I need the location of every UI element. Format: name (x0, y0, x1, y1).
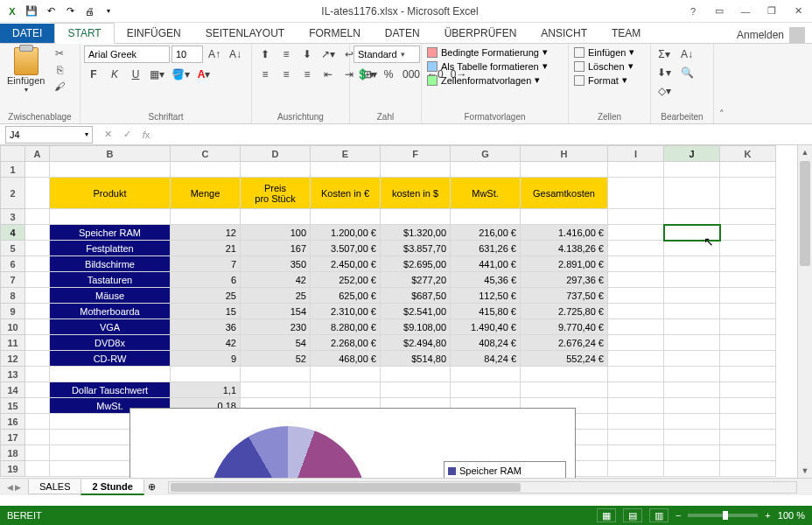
row-head-5[interactable]: 5 (1, 241, 25, 256)
cell-total[interactable]: 2.891,00 € (521, 256, 608, 272)
cell-cost-eur[interactable]: 2.310,00 € (311, 304, 381, 319)
cell-tax[interactable]: 216,00 € (451, 225, 521, 241)
cell[interactable] (720, 225, 776, 241)
cell-price[interactable]: 230 (241, 319, 311, 335)
cell[interactable] (451, 382, 521, 398)
cell[interactable] (25, 367, 50, 382)
thousands-icon[interactable]: 000 (400, 66, 423, 83)
header-kosten-eur[interactable]: Kosten in € (311, 178, 381, 209)
cell-cost-eur[interactable]: 3.507,00 € (311, 241, 381, 256)
row-head-2[interactable]: 2 (1, 178, 25, 209)
header-kosten-usd[interactable]: kosten in $ (381, 178, 451, 209)
cell[interactable] (664, 367, 720, 382)
cell[interactable] (25, 430, 50, 445)
row-head-14[interactable]: 14 (1, 382, 25, 398)
cell[interactable] (720, 178, 776, 209)
format-painter-icon[interactable]: 🖌 (50, 79, 69, 94)
print-preview-icon[interactable]: 🖨 (80, 3, 98, 20)
autosum-icon[interactable]: Σ▾ (654, 46, 674, 63)
copy-icon[interactable]: ⎘ (50, 62, 69, 78)
cell[interactable] (720, 304, 776, 319)
cell-product[interactable]: Tastaturen (50, 272, 171, 288)
cell[interactable] (608, 178, 664, 209)
percent-icon[interactable]: % (379, 66, 398, 83)
close-icon[interactable]: ✕ (788, 4, 808, 19)
cell-J9[interactable] (664, 304, 720, 319)
cell[interactable] (608, 288, 664, 304)
cell[interactable] (720, 241, 776, 256)
currency-icon[interactable]: 💲▾ (354, 66, 377, 83)
row-head-6[interactable]: 6 (1, 256, 25, 272)
cell[interactable] (25, 304, 50, 319)
cell-qty[interactable]: 9 (171, 351, 241, 367)
cell-cost-usd[interactable]: $1.320,00 (381, 225, 451, 241)
font-name-input[interactable] (84, 46, 170, 63)
cell[interactable] (451, 209, 521, 225)
qat-dropdown-icon[interactable]: ▾ (100, 3, 117, 20)
save-icon[interactable]: 💾 (23, 3, 40, 20)
row-head-18[interactable]: 18 (1, 445, 25, 461)
cell-total[interactable]: 737,50 € (521, 288, 608, 304)
cell[interactable] (608, 241, 664, 256)
fill-color-icon[interactable]: 🪣▾ (169, 66, 192, 83)
underline-button[interactable]: U (126, 66, 145, 83)
cell[interactable] (664, 414, 720, 430)
col-head-I[interactable]: I (608, 146, 664, 162)
cell-cost-eur[interactable]: 2.450,00 € (311, 256, 381, 272)
cell-J12[interactable] (664, 351, 720, 367)
cell-total[interactable]: 2.676,24 € (521, 335, 608, 351)
cell[interactable] (664, 178, 720, 209)
cell-cost-usd[interactable]: $9.108,00 (381, 319, 451, 335)
cell-cost-usd[interactable]: $2.494,80 (381, 335, 451, 351)
header-menge[interactable]: Menge (171, 178, 241, 209)
cell-product[interactable]: Bildschirme (50, 256, 171, 272)
header-preis[interactable]: Preispro Stück (241, 178, 311, 209)
cell-J4[interactable] (664, 225, 720, 241)
cell[interactable] (720, 382, 776, 398)
tab-ansicht[interactable]: ANSICHT (528, 24, 599, 43)
row-head-8[interactable]: 8 (1, 288, 25, 304)
fill-icon[interactable]: ⬇▾ (654, 64, 674, 81)
cell[interactable] (25, 288, 50, 304)
cell[interactable] (608, 335, 664, 351)
cell[interactable] (664, 209, 720, 225)
cell-price[interactable]: 167 (241, 241, 311, 256)
cell[interactable] (720, 335, 776, 351)
cell[interactable] (608, 272, 664, 288)
font-color-icon[interactable]: A▾ (194, 66, 214, 83)
cell-cost-eur[interactable]: 625,00 € (311, 288, 381, 304)
cell[interactable] (720, 461, 776, 477)
cell-J8[interactable] (664, 288, 720, 304)
cell-qty[interactable]: 42 (171, 335, 241, 351)
cell[interactable] (25, 335, 50, 351)
cell-cost-usd[interactable]: $514,80 (381, 351, 451, 367)
align-bottom-icon[interactable]: ⬇ (298, 46, 317, 63)
shrink-font-icon[interactable]: A↓ (226, 46, 245, 63)
tab-ueberpruefen[interactable]: ÜBERPRÜFEN (432, 24, 529, 43)
cell[interactable] (25, 225, 50, 241)
normal-view-icon[interactable]: ▦ (597, 508, 616, 522)
cell[interactable] (608, 319, 664, 335)
sheet-tab-sales[interactable]: SALES (28, 480, 81, 494)
cell-styles-button[interactable]: Zellenformatvorlagen ▾ (425, 74, 550, 87)
cell[interactable] (720, 430, 776, 445)
cell-J5[interactable] (664, 241, 720, 256)
cell[interactable] (451, 367, 521, 382)
conditional-format-button[interactable]: Bedingte Formatierung ▾ (425, 46, 550, 59)
tab-seitenlayout[interactable]: SEITENLAYOUT (193, 24, 297, 43)
orientation-icon[interactable]: ↗▾ (318, 46, 338, 63)
cell[interactable] (664, 445, 720, 461)
cell-product[interactable]: DVD8x (50, 335, 171, 351)
cell-tax[interactable]: 84,24 € (451, 351, 521, 367)
cell-product[interactable]: CD-RW (50, 351, 171, 367)
cell[interactable] (521, 382, 608, 398)
add-sheet-icon[interactable]: ⊕ (144, 480, 161, 495)
cell-cost-eur[interactable]: 468,00 € (311, 351, 381, 367)
cell-tax[interactable]: 408,24 € (451, 335, 521, 351)
zoom-in-icon[interactable]: + (765, 510, 770, 521)
cell[interactable] (241, 209, 311, 225)
cell-product[interactable]: Mäuse (50, 288, 171, 304)
row-head-13[interactable]: 13 (1, 367, 25, 382)
cell[interactable] (664, 162, 720, 178)
cell-tax[interactable]: 415,80 € (451, 304, 521, 319)
